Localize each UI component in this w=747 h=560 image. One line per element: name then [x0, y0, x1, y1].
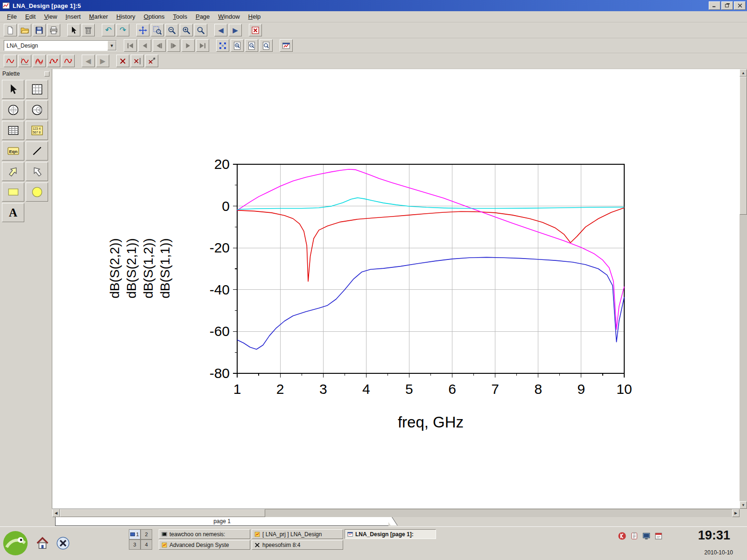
menu-window[interactable]: Window	[214, 12, 244, 21]
tray-k-icon	[618, 532, 627, 540]
s-parameter-plot[interactable]: 12345678910200-20-40-60-80freq, GHzdB(S(…	[52, 69, 740, 509]
design-canvas[interactable]: 12345678910200-20-40-60-80freq, GHzdB(S(…	[52, 69, 740, 509]
menu-options[interactable]: Options	[140, 12, 169, 21]
move-button[interactable]	[136, 24, 149, 36]
insert-trace-axes-button[interactable]	[18, 55, 31, 67]
close-button[interactable]	[734, 1, 746, 10]
palette-list-plot[interactable]	[2, 121, 24, 140]
task-lna-design-page-1[interactable]: LNA_Design [page 1]:	[345, 529, 436, 539]
maximize-button[interactable]	[721, 1, 733, 10]
first-page-button[interactable]	[124, 39, 137, 52]
suse-menu-button[interactable]	[2, 530, 29, 557]
previous-page-button[interactable]: ◀	[214, 24, 227, 36]
vertical-scrollbar[interactable]: ▲ ▼	[740, 69, 747, 509]
palette-stacked-plot[interactable]: 123 4567 8	[26, 121, 48, 140]
tray-display[interactable]	[642, 532, 651, 542]
zoom-page-full-button[interactable]	[260, 39, 273, 52]
rect-plot-icon	[31, 83, 43, 96]
pager-desktop-4[interactable]: 4	[141, 539, 152, 550]
insert-trace-points-button[interactable]	[47, 55, 60, 67]
insert-trace-arrow-button[interactable]	[62, 55, 75, 67]
insert-marker-button[interactable]	[116, 55, 129, 67]
desktop-app-button[interactable]	[56, 536, 70, 550]
palette-rectangle[interactable]	[2, 182, 24, 202]
menu-view[interactable]: View	[40, 12, 61, 21]
zoom-out-button[interactable]	[165, 24, 178, 36]
redo-button[interactable]: ↷	[116, 24, 129, 36]
zoom-in-button[interactable]	[180, 24, 193, 36]
design-select[interactable]: LNA_Design ▼	[4, 40, 117, 51]
horizontal-scroll-thumb[interactable]	[60, 509, 265, 517]
palette-smith-chart[interactable]	[26, 100, 48, 119]
tray-klipper[interactable]	[630, 532, 639, 542]
home-button[interactable]	[35, 536, 49, 550]
scroll-left-arrow[interactable]: ◀	[52, 509, 60, 517]
next-stop-button[interactable]	[167, 39, 180, 52]
pager-desktop-3[interactable]: 3	[129, 539, 141, 550]
palette-arrow-outline[interactable]	[26, 162, 48, 181]
tray-k[interactable]	[618, 532, 627, 542]
pager-desktop-2[interactable]: 2	[141, 529, 152, 539]
menu-tools[interactable]: Tools	[169, 12, 191, 21]
tray-korg[interactable]	[654, 532, 663, 542]
open-plot-window-button[interactable]	[280, 39, 293, 52]
print-button[interactable]	[47, 24, 60, 36]
delete-button[interactable]	[82, 24, 95, 36]
scroll-down-arrow[interactable]: ▼	[740, 501, 747, 509]
next-page-vcr-button[interactable]	[182, 39, 195, 52]
zoom-page-in-button[interactable]	[231, 39, 244, 52]
palette-pointer[interactable]	[2, 80, 24, 99]
palette-polar-plot[interactable]	[2, 100, 24, 119]
insert-marker-delta-button[interactable]	[131, 55, 144, 67]
task-advanced-design-syste[interactable]: Advanced Design Syste	[159, 540, 250, 550]
insert-trace-overlay-button[interactable]	[33, 55, 46, 67]
palette-text[interactable]: A	[2, 203, 24, 222]
zoom-page-out-button[interactable]	[245, 39, 258, 52]
scroll-up-arrow[interactable]: ▲	[740, 69, 747, 77]
save-button[interactable]	[33, 24, 46, 36]
task-hpeesofsim-8-4[interactable]: hpeesofsim 8:4	[252, 540, 343, 550]
tray-display-icon	[642, 532, 651, 540]
prev-trace-button[interactable]: ◀	[82, 55, 95, 67]
prev-stop-button[interactable]	[153, 39, 166, 52]
task-teawchoo-on-nemesis[interactable]: teawchoo on nemesis:	[159, 529, 250, 539]
menu-help[interactable]: Help	[244, 12, 265, 21]
pointer-button[interactable]	[67, 24, 80, 36]
menu-edit[interactable]: Edit	[21, 12, 40, 21]
pager-desktop-1[interactable]: 1	[129, 529, 141, 539]
scroll-right-arrow[interactable]: ▶	[732, 509, 740, 517]
palette-rect-plot[interactable]	[26, 80, 48, 99]
next-trace-button[interactable]: ▶	[96, 55, 109, 67]
palette-line[interactable]	[26, 141, 48, 161]
insert-trace-button[interactable]	[4, 55, 17, 67]
next-page-button[interactable]: ▶	[229, 24, 242, 36]
titlebar[interactable]: LNA_Design [page 1]:5	[0, 0, 747, 11]
palette-detach-icon[interactable]	[44, 71, 49, 77]
palette-arrow-solid[interactable]	[2, 162, 24, 181]
combo-dropdown-arrow[interactable]: ▼	[107, 41, 116, 50]
horizontal-scrollbar[interactable]: ◀ ▶	[52, 509, 740, 517]
task-lna-prj-lna-design[interactable]: [ LNA_prj ] LNA_Design	[252, 529, 343, 539]
palette-equation[interactable]: Eqn	[2, 141, 24, 161]
new-button[interactable]	[4, 24, 17, 36]
zoom-area-button[interactable]	[151, 24, 164, 36]
task-label: hpeesofsim 8:4	[262, 542, 300, 548]
page-tab[interactable]: page 1	[55, 517, 388, 526]
view-all-button[interactable]	[216, 39, 229, 52]
insert-marker-line-button[interactable]	[145, 55, 158, 67]
close-window-button[interactable]	[249, 24, 262, 36]
menu-insert[interactable]: Insert	[61, 12, 85, 21]
open-button[interactable]	[18, 24, 31, 36]
svg-text:Eqn: Eqn	[9, 149, 17, 154]
menu-page[interactable]: Page	[191, 12, 214, 21]
menu-history[interactable]: History	[112, 12, 139, 21]
zoom-full-button[interactable]	[194, 24, 207, 36]
last-page-button[interactable]	[196, 39, 209, 52]
menu-file[interactable]: File	[3, 12, 21, 21]
minimize-button[interactable]	[709, 1, 720, 10]
undo-button[interactable]: ↶	[102, 24, 115, 36]
vertical-scroll-thumb[interactable]	[740, 77, 747, 215]
menu-marker[interactable]: Marker	[85, 12, 112, 21]
prev-page-vcr-button[interactable]	[138, 39, 151, 52]
palette-circle[interactable]	[26, 182, 48, 202]
